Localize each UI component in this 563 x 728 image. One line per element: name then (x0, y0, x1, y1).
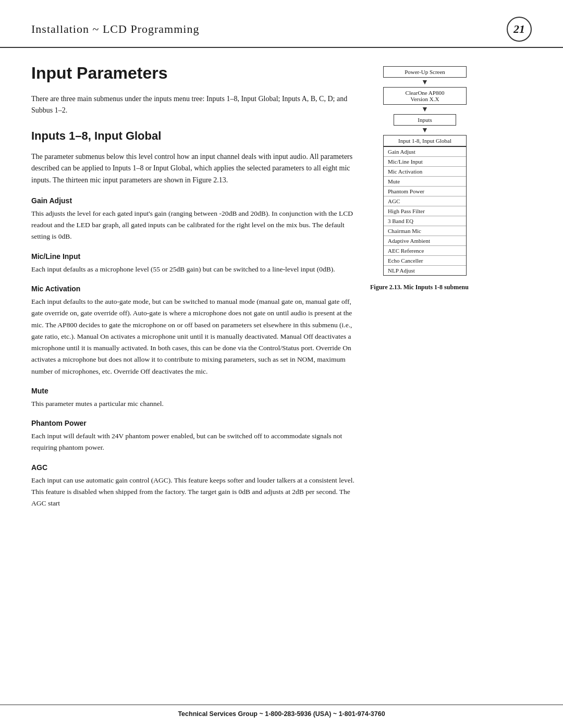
subsection-mic-activation: Mic Activation Each input defaults to th… (31, 285, 354, 377)
subsection-agc: AGC Each input can use automatic gain co… (31, 463, 354, 510)
diagram-caption-label: Figure 2.13. Mic Inputs 1-8 submenu (370, 283, 469, 291)
subsection-title-mute: Mute (31, 387, 354, 395)
subsection-gain-adjust: Gain Adjust This adjusts the level for e… (31, 196, 354, 243)
subsection-phantom-power: Phantom Power Each input will default wi… (31, 419, 354, 454)
subsection-text-mic-activation: Each input defaults to the auto-gate mod… (31, 296, 354, 377)
subsection-text-gain-adjust: This adjusts the level for each gated in… (31, 208, 354, 243)
header-title-text: Installation (31, 22, 89, 35)
diagram-version-label: ClearOne AP800Version X.X (406, 90, 445, 102)
intro-text: There are three main submenus under the … (31, 93, 354, 117)
section-intro: The parameter submenus below this level … (31, 151, 354, 186)
diagram-item-phantom-power: Phantom Power (384, 187, 466, 196)
section-title: Inputs 1–8, Input Global (31, 129, 354, 143)
subsection-title-mic-line-input: Mic/Line Input (31, 252, 354, 261)
header-title: Installation ~ LCD Programming (31, 22, 199, 36)
diagram-arrow-2: ▼ (370, 105, 480, 114)
diagram-item-gain-adjust: Gain Adjust (384, 147, 466, 157)
diagram-input18-box: Input 1-8, Input Global (383, 135, 467, 146)
right-column: Power-Up Screen ▼ ClearOne AP800Version … (370, 64, 480, 519)
page-number: 21 (507, 17, 532, 42)
diagram-container: Power-Up Screen ▼ ClearOne AP800Version … (370, 66, 480, 292)
subsection-title-phantom-power: Phantom Power (31, 419, 354, 427)
subsection-title-mic-activation: Mic Activation (31, 285, 354, 293)
diagram-item-mic-activation: Mic Activation (384, 167, 466, 177)
page-title: Input Parameters (31, 64, 354, 83)
subsection-title-agc: AGC (31, 463, 354, 472)
diagram-item-adaptive-ambient: Adaptive Ambient (384, 236, 466, 246)
diagram-items-list: Gain Adjust Mic/Line Input Mic Activatio… (383, 146, 467, 276)
diagram-item-agc: AGC (384, 196, 466, 206)
diagram-powerup-box: Power-Up Screen (383, 66, 467, 78)
diagram-arrow-1: ▼ (370, 78, 480, 87)
subsection-text-mic-line-input: Each input defaults as a microphone leve… (31, 264, 354, 275)
diagram-inputs-box: Inputs (394, 114, 456, 126)
diagram-inputs-label: Inputs (418, 117, 432, 123)
diagram-arrow-3: ▼ (370, 126, 480, 135)
diagram-input18-label: Input 1-8, Input Global (398, 138, 451, 144)
diagram-item-echo-canceller: Echo Canceller (384, 256, 466, 266)
header-separator: ~ (92, 22, 102, 35)
diagram-caption: Figure 2.13. Mic Inputs 1-8 submenu (370, 283, 480, 292)
subsection-mic-line-input: Mic/Line Input Each input defaults as a … (31, 252, 354, 275)
subsection-text-phantom-power: Each input will default with 24V phantom… (31, 430, 354, 454)
footer-text: Technical Services Group ~ 1-800-283-593… (178, 710, 385, 718)
diagram-item-mute: Mute (384, 177, 466, 187)
diagram-item-mic-line-input: Mic/Line Input (384, 157, 466, 167)
page-footer: Technical Services Group ~ 1-800-283-593… (0, 705, 563, 718)
diagram-item-high-pass-filter: High Pass Filter (384, 206, 466, 216)
diagram-item-3-band-eq: 3 Band EQ (384, 216, 466, 226)
page-header: Installation ~ LCD Programming 21 (0, 0, 563, 48)
subsection-text-mute: This parameter mutes a particular mic ch… (31, 398, 354, 410)
diagram-item-nlp-adjust: NLP Adjust (384, 266, 466, 275)
subsection-mute: Mute This parameter mutes a particular m… (31, 387, 354, 410)
page-container: Installation ~ LCD Programming 21 Input … (0, 0, 563, 728)
left-column: Input Parameters There are three main su… (31, 64, 354, 519)
diagram-powerup-label: Power-Up Screen (405, 69, 445, 75)
diagram-version-box: ClearOne AP800Version X.X (383, 87, 467, 105)
main-content: Input Parameters There are three main su… (0, 48, 563, 534)
subsection-title-gain-adjust: Gain Adjust (31, 196, 354, 205)
diagram-item-chairman-mic: Chairman Mic (384, 226, 466, 236)
diagram-item-aec-reference: AEC Reference (384, 246, 466, 256)
header-subtitle: LCD Programming (103, 22, 200, 35)
subsection-text-agc: Each input can use automatic gain contro… (31, 475, 354, 510)
